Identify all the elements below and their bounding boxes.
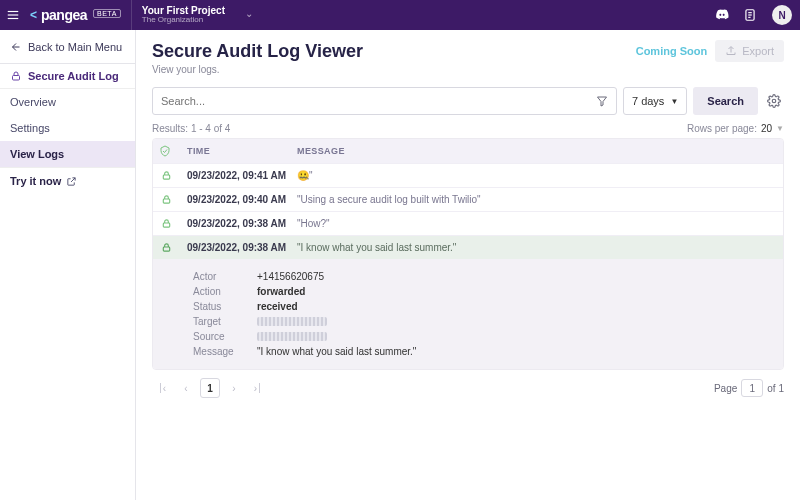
- sidebar-item-overview[interactable]: Overview: [0, 89, 135, 115]
- rpp-label: Rows per page:: [687, 123, 757, 134]
- search-field-wrapper: [152, 87, 617, 115]
- detail-value-message: "I know what you said last summer.": [257, 346, 416, 357]
- top-bar: < pangea BETA Your First Project The Org…: [0, 0, 800, 30]
- lock-icon: [161, 170, 172, 181]
- page-prev-button[interactable]: ‹: [176, 378, 196, 398]
- user-avatar[interactable]: N: [772, 5, 792, 25]
- back-to-main-link[interactable]: Back to Main Menu: [0, 30, 135, 64]
- chevron-down-icon: ⌄: [245, 8, 253, 19]
- table-header: TIME MESSAGE: [153, 139, 783, 163]
- page-last-button[interactable]: ›⏐: [248, 378, 268, 398]
- date-range-selector[interactable]: 7 days ▼: [623, 87, 687, 115]
- row-time: 09/23/2022, 09:41 AM: [187, 170, 297, 181]
- detail-label-target: Target: [193, 316, 257, 327]
- lock-icon: [161, 242, 172, 253]
- detail-value-action: forwarded: [257, 286, 305, 297]
- logo-mark-icon: <: [30, 8, 37, 22]
- page-of-label: of 1: [767, 383, 784, 394]
- page-next-button[interactable]: ›: [224, 378, 244, 398]
- sidebar: Back to Main Menu Secure Audit Log Overv…: [0, 30, 136, 500]
- row-message: "How?": [297, 218, 777, 229]
- svg-point-10: [772, 99, 776, 103]
- svg-rect-8: [13, 76, 20, 81]
- gear-icon: [767, 94, 781, 108]
- beta-badge: BETA: [93, 9, 121, 18]
- results-summary: Results: 1 - 4 of 4: [152, 123, 230, 134]
- table-row-selected[interactable]: 09/23/2022, 09:38 AM "I know what you sa…: [153, 235, 783, 259]
- rpp-value: 20: [761, 123, 772, 134]
- search-input[interactable]: [161, 95, 596, 107]
- rows-per-page-selector[interactable]: Rows per page: 20 ▼: [687, 123, 784, 134]
- detail-label-status: Status: [193, 301, 257, 312]
- detail-label-source: Source: [193, 331, 257, 342]
- caret-down-icon: ▼: [776, 124, 784, 133]
- row-time: 09/23/2022, 09:38 AM: [187, 242, 297, 253]
- svg-marker-9: [597, 97, 606, 106]
- lock-icon: [161, 218, 172, 229]
- search-button[interactable]: Search: [693, 87, 758, 115]
- detail-label-actor: Actor: [193, 271, 257, 282]
- sidebar-item-try-it-now[interactable]: Try it now: [0, 167, 135, 194]
- export-button[interactable]: Export: [715, 40, 784, 62]
- export-label: Export: [742, 45, 774, 57]
- svg-rect-11: [163, 175, 169, 179]
- detail-label-action: Action: [193, 286, 257, 297]
- upload-icon: [725, 45, 737, 57]
- row-message: 🤐": [297, 170, 777, 181]
- page-subtitle: View your logs.: [152, 64, 784, 75]
- lock-icon: [161, 194, 172, 205]
- discord-icon[interactable]: [708, 0, 736, 30]
- row-message: "Using a secure audit log built with Twi…: [297, 194, 777, 205]
- row-detail-panel: Actor+14156620675 Actionforwarded Status…: [153, 259, 783, 369]
- filter-icon[interactable]: [596, 95, 608, 107]
- org-name: The Organization: [142, 16, 251, 25]
- row-time: 09/23/2022, 09:40 AM: [187, 194, 297, 205]
- row-time: 09/23/2022, 09:38 AM: [187, 218, 297, 229]
- detail-value-status: received: [257, 301, 298, 312]
- detail-label-message: Message: [193, 346, 257, 357]
- col-time: TIME: [187, 146, 297, 156]
- caret-down-icon: ▼: [670, 97, 678, 106]
- back-label: Back to Main Menu: [28, 41, 122, 53]
- menu-toggle-button[interactable]: [0, 0, 26, 30]
- svg-rect-12: [163, 199, 169, 203]
- page-first-button[interactable]: ⏐‹: [152, 378, 172, 398]
- brand-name: pangea: [41, 7, 87, 23]
- coming-soon-label: Coming Soon: [636, 45, 708, 57]
- range-label: 7 days: [632, 95, 664, 107]
- paginator: ⏐‹ ‹ 1 › ›⏐: [152, 378, 268, 398]
- col-message: MESSAGE: [297, 146, 777, 156]
- page-current[interactable]: 1: [200, 378, 220, 398]
- docs-icon[interactable]: [736, 0, 764, 30]
- verified-column-icon: [159, 145, 187, 157]
- sidebar-head-label: Secure Audit Log: [28, 70, 119, 82]
- detail-value-target: (redacted): [257, 316, 303, 327]
- sidebar-item-view-logs[interactable]: View Logs: [0, 141, 135, 167]
- main-content: Secure Audit Log Viewer Coming Soon Expo…: [136, 30, 800, 500]
- logs-table: TIME MESSAGE 09/23/2022, 09:41 AM 🤐" 09/…: [152, 138, 784, 370]
- external-link-icon: [66, 176, 77, 187]
- try-label: Try it now: [10, 175, 61, 187]
- page-label: Page: [714, 383, 737, 394]
- settings-gear-button[interactable]: [764, 87, 784, 115]
- table-row[interactable]: 09/23/2022, 09:40 AM "Using a secure aud…: [153, 187, 783, 211]
- row-message: "I know what you said last summer.": [297, 242, 777, 253]
- table-row[interactable]: 09/23/2022, 09:41 AM 🤐": [153, 163, 783, 187]
- project-selector[interactable]: Your First Project The Organization ⌄: [131, 0, 261, 30]
- lock-icon: [10, 70, 22, 82]
- page-indicator: Page 1 of 1: [714, 379, 784, 397]
- svg-rect-13: [163, 223, 169, 227]
- sidebar-item-settings[interactable]: Settings: [0, 115, 135, 141]
- svg-rect-14: [163, 247, 169, 251]
- detail-value-source: (redacted): [257, 331, 303, 342]
- sidebar-section-header: Secure Audit Log: [0, 64, 135, 89]
- page-title: Secure Audit Log Viewer: [152, 41, 363, 62]
- brand-logo[interactable]: < pangea BETA: [26, 7, 131, 23]
- detail-value-actor: +14156620675: [257, 271, 324, 282]
- arrow-left-icon: [10, 41, 22, 53]
- page-input[interactable]: 1: [741, 379, 763, 397]
- table-row[interactable]: 09/23/2022, 09:38 AM "How?": [153, 211, 783, 235]
